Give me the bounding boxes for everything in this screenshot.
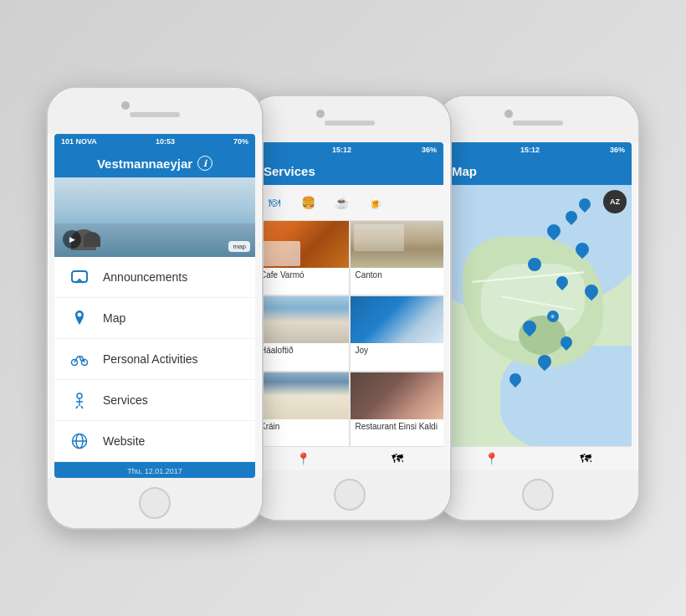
speaker-grille-2	[325, 121, 375, 126]
battery-label-2: 36%	[422, 146, 437, 154]
phone-2: 15:12 36% Services 🍽 🍔 ☕ 🍺	[247, 95, 452, 521]
place-label-joy: Joy	[351, 343, 444, 358]
menu-item-activities[interactable]: Personal Activities	[54, 339, 255, 380]
tab-bar[interactable]: 🍺	[362, 190, 387, 215]
status-time-3: 15:12	[520, 146, 540, 154]
services-header: Services	[255, 157, 443, 185]
place-krain[interactable]: Kráin	[255, 372, 349, 446]
place-joy[interactable]: Joy	[351, 296, 444, 370]
status-bar-3: 15:12 36%	[443, 142, 632, 157]
map-bottom-bar: 📍 🗺	[443, 446, 632, 470]
place-image-cafe-varmo	[255, 221, 349, 268]
svg-line-6	[76, 406, 78, 408]
globe-icon	[68, 429, 91, 453]
services-bottom-bar: 📍 🗺	[255, 446, 443, 470]
status-time-2: 15:12	[332, 146, 351, 154]
phone-1-bottom	[48, 478, 262, 528]
home-button-2[interactable]	[334, 479, 366, 511]
main-menu: Announcements Map Personal Activities	[54, 257, 255, 462]
svg-point-3	[77, 393, 82, 398]
weather-date: Thu, 12.01.2017	[63, 467, 247, 475]
tab-food[interactable]: 🍔	[295, 190, 320, 215]
menu-label-activities: Personal Activities	[103, 352, 198, 366]
home-button-1[interactable]	[139, 487, 171, 519]
carrier-label: 101 NOVA	[61, 137, 97, 146]
camera-dot-2	[316, 110, 325, 118]
svg-line-7	[81, 406, 83, 408]
weather-bar: Thu, 12.01.2017 ☀ -3.8° Clear sky ↻ 3 M/…	[54, 462, 255, 478]
place-label-krain: Kráin	[255, 419, 349, 434]
phone-1-screen: 101 NOVA 10:53 70% Vestmannaeyjar ℹ ▶ ma…	[54, 134, 255, 478]
phone-3-screen: 15:12 36% Map	[443, 142, 632, 470]
phone-3-bottom	[437, 470, 638, 520]
place-image-canton	[351, 221, 444, 268]
place-label-einsi: Restaurant Einsi Kaldi	[351, 419, 444, 434]
app-title-1: Vestmannaeyjar	[97, 157, 192, 171]
bicycle-icon	[68, 347, 91, 371]
app-header-1: Vestmannaeyjar ℹ	[54, 149, 255, 177]
phone-1: 101 NOVA 10:53 70% Vestmannaeyjar ℹ ▶ ma…	[46, 86, 264, 530]
place-label-cafe-varmo: Cafe Varmó	[255, 268, 349, 283]
tab-restaurant[interactable]: 🍽	[262, 190, 287, 215]
info-icon[interactable]: ℹ	[197, 156, 212, 171]
play-button[interactable]: ▶	[63, 230, 81, 249]
place-cafe-varmo[interactable]: Cafe Varmó	[255, 221, 349, 295]
map-button[interactable]: map	[228, 241, 250, 252]
hero-image: ▶ map	[54, 177, 255, 257]
phone-2-bottom	[248, 470, 450, 520]
place-image-haaloftid	[255, 296, 349, 343]
battery-label-1: 70%	[233, 137, 248, 146]
phone-2-top	[248, 96, 450, 142]
announcements-icon	[68, 265, 91, 289]
phone-2-screen: 15:12 36% Services 🍽 🍔 ☕ 🍺	[255, 142, 443, 470]
place-canton[interactable]: Canton	[351, 221, 444, 295]
battery-label-3: 36%	[610, 146, 625, 154]
home-button-3[interactable]	[522, 479, 554, 511]
place-image-einsi	[351, 372, 444, 419]
menu-item-services[interactable]: Services	[54, 380, 255, 421]
place-einsi-kaldi[interactable]: Restaurant Einsi Kaldi	[351, 372, 444, 446]
map-icon-2[interactable]: 🗺	[392, 452, 403, 465]
services-title: Services	[264, 164, 315, 178]
menu-label-website: Website	[103, 434, 145, 448]
location-icon-2[interactable]: 📍	[296, 452, 310, 465]
menu-item-announcements[interactable]: Announcements	[54, 257, 255, 298]
menu-item-map[interactable]: Map	[54, 298, 255, 339]
status-bar-2: 15:12 36%	[255, 142, 443, 157]
map-pin-icon	[68, 306, 91, 330]
menu-label-map: Map	[103, 311, 125, 325]
place-label-canton: Canton	[351, 268, 444, 283]
compass-icon: AZ	[603, 190, 627, 213]
map-layers-icon[interactable]: 🗺	[580, 452, 591, 465]
services-tabs[interactable]: 🍽 🍔 ☕ 🍺	[255, 185, 443, 221]
camera-dot	[121, 101, 130, 110]
map-view[interactable]: ⊕ AZ	[443, 185, 632, 446]
status-time-1: 10:53	[156, 137, 175, 146]
phone-3-top	[437, 96, 638, 142]
speaker-grille	[130, 112, 180, 117]
scene: 101 NOVA 10:53 70% Vestmannaeyjar ℹ ▶ ma…	[0, 0, 686, 616]
camera-dot-3	[504, 110, 513, 118]
status-bar-1: 101 NOVA 10:53 70%	[54, 134, 255, 149]
place-haaloftid[interactable]: Háaloftið	[255, 296, 349, 370]
hero-sky	[54, 177, 255, 228]
menu-label-services: Services	[103, 393, 148, 407]
tab-cafe[interactable]: ☕	[329, 190, 354, 215]
location-icon-3[interactable]: 📍	[484, 452, 499, 465]
person-icon	[68, 388, 91, 412]
menu-label-announcements: Announcements	[103, 270, 187, 284]
phone-3: 15:12 36% Map	[435, 95, 640, 521]
hero-rock-2	[84, 232, 100, 247]
map-header: Map	[443, 157, 632, 185]
menu-item-website[interactable]: Website	[54, 421, 255, 462]
place-image-joy	[351, 296, 444, 343]
phone-1-top	[48, 88, 262, 134]
place-label-haaloftid: Háaloftið	[255, 343, 349, 358]
speaker-grille-3	[513, 121, 563, 126]
place-image-krain	[255, 372, 349, 419]
map-title: Map	[452, 164, 477, 178]
